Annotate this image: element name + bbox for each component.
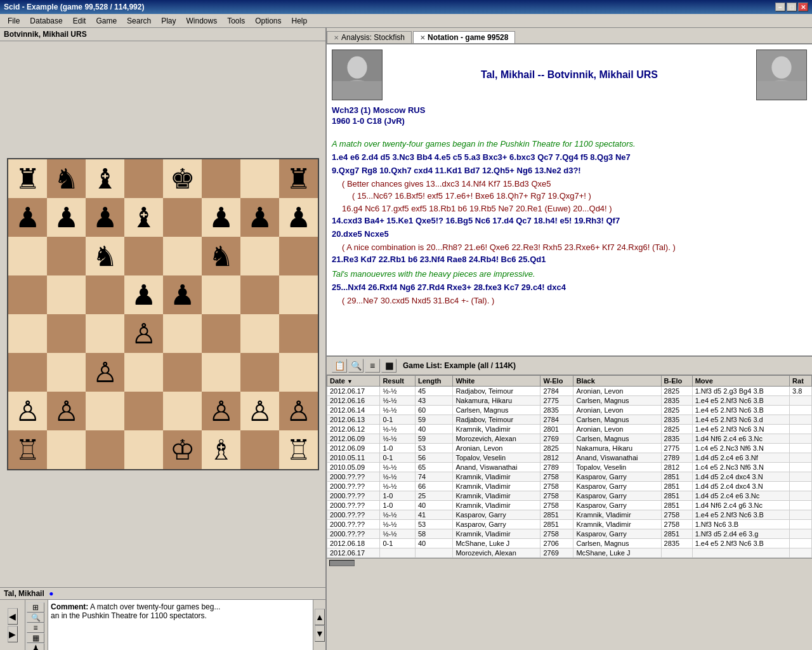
chess-cell-1-4[interactable]	[163, 198, 202, 237]
gamelist-scrollbar-horizontal[interactable]	[327, 558, 812, 567]
table-row[interactable]: 2012.06.12½-½40Kramnik, Vladimir2801Aron…	[327, 425, 812, 434]
chess-cell-3-7[interactable]	[279, 275, 318, 314]
table-row[interactable]: 2012.06.130-159Radjabov, Teimour2784Carl…	[327, 415, 812, 425]
chess-cell-5-0[interactable]	[8, 353, 47, 392]
chess-cell-6-6[interactable]: ♙	[240, 392, 279, 430]
table-row[interactable]: 2000.??.??½-½66Kramnik, Vladimir2758Kasp…	[327, 482, 812, 491]
chess-cell-7-0[interactable]: ♖	[8, 430, 47, 469]
chess-cell-4-5[interactable]	[202, 314, 240, 353]
menu-item-file[interactable]: File	[3, 15, 25, 27]
gamelist-filter-icon[interactable]: ≡	[365, 359, 380, 373]
filter-icon[interactable]: ≡	[27, 623, 44, 633]
table-row[interactable]: 2012.06.14½-½60Carlsen, Magnus2835Aronia…	[327, 406, 812, 415]
chess-cell-1-7[interactable]: ♟	[279, 198, 318, 237]
chess-cell-3-0[interactable]	[8, 275, 47, 314]
chess-cell-5-1[interactable]	[47, 353, 86, 392]
th-black[interactable]: Black	[573, 376, 661, 387]
chess-cell-4-1[interactable]	[47, 314, 86, 353]
gamelist-book-icon[interactable]: 📋	[332, 359, 347, 373]
board-icon[interactable]: ⊞	[27, 602, 44, 613]
th-date[interactable]: Date ▼	[327, 376, 380, 387]
next-button[interactable]: ▶	[8, 626, 18, 642]
chess-cell-7-4[interactable]: ♔	[163, 430, 202, 469]
chess-cell-7-7[interactable]: ♖	[279, 430, 318, 469]
minimize-button[interactable]: −	[775, 3, 785, 11]
table-row[interactable]: 2000.??.??½-½41Kasparov, Garry2851Kramni…	[327, 510, 812, 520]
menu-item-play[interactable]: Play	[156, 15, 181, 27]
chess-cell-4-6[interactable]	[240, 314, 279, 353]
th-belo[interactable]: B-Elo	[661, 376, 692, 387]
scroll-up-button[interactable]: ▲	[315, 609, 325, 625]
chess-cell-1-2[interactable]: ♟	[86, 198, 124, 237]
chess-cell-3-1[interactable]	[47, 275, 86, 314]
menu-item-windows[interactable]: Windows	[181, 15, 222, 27]
table-row[interactable]: 2010.05.110-156Topalov, Veselin2812Anand…	[327, 453, 812, 463]
chess-board[interactable]: ♜♞♝♚♜♟♟♟♝♟♟♟♞♞♟♟♙♙♙♙♙♙♙♖♔♗♖	[7, 158, 319, 470]
chess-cell-6-7[interactable]: ♙	[279, 392, 318, 430]
chess-cell-5-2[interactable]: ♙	[86, 353, 124, 392]
th-result[interactable]: Result	[380, 376, 416, 387]
table-row[interactable]: 2012.06.180-140McShane, Luke J2706Carlse…	[327, 539, 812, 548]
chess-cell-2-2[interactable]: ♞	[86, 237, 124, 275]
table-row[interactable]: 2000.??.??½-½74Kramnik, Vladimir2758Kasp…	[327, 472, 812, 482]
chess-cell-0-7[interactable]: ♜	[279, 159, 318, 198]
chess-cell-6-2[interactable]	[86, 392, 124, 430]
chess-cell-4-3[interactable]: ♙	[124, 314, 163, 353]
menu-item-edit[interactable]: Edit	[68, 15, 91, 27]
table-row[interactable]: 2000.??.??1-040Kramnik, Vladimir2758Kasp…	[327, 501, 812, 510]
chess-cell-2-5[interactable]: ♞	[202, 237, 240, 275]
chess-cell-2-6[interactable]	[240, 237, 279, 275]
chess-cell-2-7[interactable]	[279, 237, 318, 275]
chess-cell-3-3[interactable]: ♟	[124, 275, 163, 314]
chess-cell-5-7[interactable]	[279, 353, 318, 392]
chess-cell-4-7[interactable]	[279, 314, 318, 353]
tab-analysis[interactable]: ✕ Analysis: Stockfish	[327, 31, 412, 43]
chess-cell-2-1[interactable]	[47, 237, 86, 275]
table-row[interactable]: 2000.??.??½-½58Kramnik, Vladimir2758Kasp…	[327, 529, 812, 539]
chart-icon[interactable]: ▦	[27, 633, 44, 643]
chess-cell-7-2[interactable]	[86, 430, 124, 469]
chess-cell-1-5[interactable]: ♟	[202, 198, 240, 237]
chess-cell-0-2[interactable]: ♝	[86, 159, 124, 198]
chess-cell-3-2[interactable]	[86, 275, 124, 314]
th-welo[interactable]: W-Elo	[540, 376, 573, 387]
menu-item-options[interactable]: Options	[250, 15, 286, 27]
menu-item-game[interactable]: Game	[91, 15, 122, 27]
menu-item-search[interactable]: Search	[122, 15, 156, 27]
chess-cell-5-5[interactable]	[202, 353, 240, 392]
tab-analysis-close[interactable]: ✕	[334, 34, 339, 41]
chess-cell-2-4[interactable]	[163, 237, 202, 275]
chess-cell-5-4[interactable]	[163, 353, 202, 392]
chess-cell-4-2[interactable]	[86, 314, 124, 353]
th-move[interactable]: Move	[692, 376, 789, 387]
chess-cell-1-1[interactable]: ♟	[47, 198, 86, 237]
menu-item-tools[interactable]: Tools	[222, 15, 250, 27]
maximize-button[interactable]: □	[787, 3, 797, 11]
tab-notation[interactable]: ✕ Notation - game 99528	[413, 31, 515, 43]
chess-cell-3-6[interactable]	[240, 275, 279, 314]
chess-cell-0-6[interactable]	[240, 159, 279, 198]
th-rating[interactable]: Rat	[790, 376, 812, 387]
chess-cell-1-6[interactable]: ♟	[240, 198, 279, 237]
gamelist-chart2-icon[interactable]: ▦	[381, 359, 396, 373]
chess-cell-0-3[interactable]	[124, 159, 163, 198]
chess-cell-2-0[interactable]	[8, 237, 47, 275]
gamelist-scroll[interactable]: Date ▼ Result Length White W-Elo Black B…	[327, 375, 812, 558]
chess-cell-1-0[interactable]: ♟	[8, 198, 47, 237]
scroll-down-button[interactable]: ▼	[315, 625, 325, 642]
gamelist-zoom-icon[interactable]: 🔍	[348, 359, 363, 373]
table-row[interactable]: 2000.??.??½-½53Kasparov, Garry2851Kramni…	[327, 520, 812, 529]
chess-cell-7-1[interactable]	[47, 430, 86, 469]
chess-cell-7-6[interactable]	[240, 430, 279, 469]
table-row[interactable]: 2010.05.09½-½65Anand, Viswanathai2789Top…	[327, 463, 812, 472]
chess-cell-0-0[interactable]: ♜	[8, 159, 47, 198]
chess-cell-6-4[interactable]	[163, 392, 202, 430]
table-row[interactable]: 2000.??.??1-025Kramnik, Vladimir2758Kasp…	[327, 491, 812, 501]
table-row[interactable]: 2012.06.16½-½43Nakamura, Hikaru2775Carls…	[327, 396, 812, 406]
chess-cell-6-3[interactable]	[124, 392, 163, 430]
chess-cell-6-0[interactable]: ♙	[8, 392, 47, 430]
table-row[interactable]: 2012.06.17½-½45Radjabov, Teimour2784Aron…	[327, 387, 812, 396]
chess-cell-5-6[interactable]	[240, 353, 279, 392]
table-row[interactable]: 2012.06.17Morozevich, Alexan2769McShane,…	[327, 548, 812, 558]
chess-cell-3-4[interactable]: ♟	[163, 275, 202, 314]
